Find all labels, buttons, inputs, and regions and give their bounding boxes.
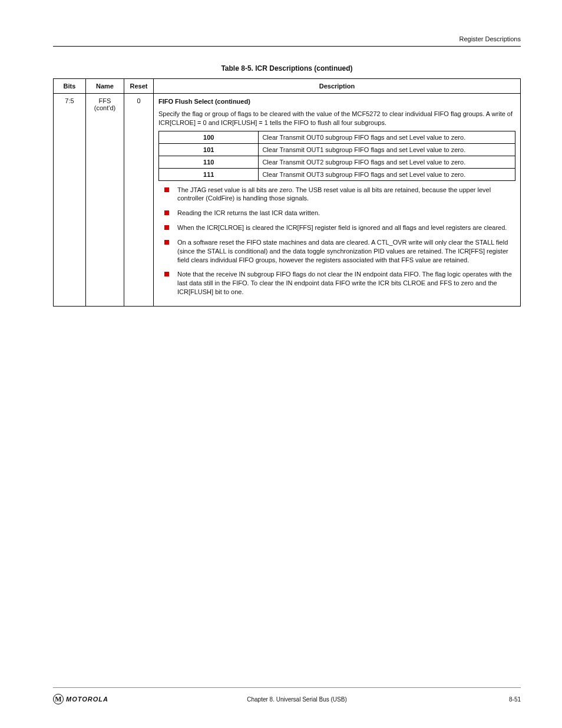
- col-bits: Bits: [54, 79, 86, 94]
- logo-emblem-icon: M: [53, 694, 64, 704]
- subtable-code: 111: [159, 168, 259, 180]
- subtable-code: 100: [159, 131, 259, 143]
- desc-intro: FIFO Flush Select (continued): [158, 98, 250, 105]
- list-item: Note that the receive IN subgroup FIFO f…: [169, 270, 515, 297]
- footer-rule: [53, 687, 521, 688]
- cell-bits: 7:5: [54, 94, 86, 307]
- footer-chapter: Chapter 8. Universal Serial Bus (USB): [108, 696, 485, 703]
- col-reset: Reset: [124, 79, 154, 94]
- cell-description: FIFO Flush Select (continued) Specify th…: [154, 94, 521, 307]
- page-footer: M MOTOROLA Chapter 8. Universal Serial B…: [0, 687, 562, 704]
- ffs-subtable: 100 Clear Transmit OUT0 subgroup FIFO fl…: [158, 131, 515, 181]
- logo-wordmark: MOTOROLA: [66, 696, 108, 703]
- notes-list: The JTAG reset value is all bits are zer…: [158, 186, 515, 297]
- table-row: 7:5 FFS (cont'd) 0 FIFO Flush Select (co…: [54, 94, 521, 307]
- table-caption: Table 8-5. ICR Descriptions (continued): [53, 64, 521, 73]
- footer-page-number: 8-51: [485, 696, 521, 703]
- subtable-row: 101 Clear Transmit OUT1 subgroup FIFO fl…: [159, 143, 515, 156]
- subtable-row: 111 Clear Transmit OUT3 subgroup FIFO fl…: [159, 168, 515, 180]
- list-item: Reading the ICR returns the last ICR dat…: [169, 209, 515, 218]
- table-header-row: Bits Name Reset Description: [54, 79, 521, 94]
- subtable-row: 100 Clear Transmit OUT0 subgroup FIFO fl…: [159, 131, 515, 143]
- register-table: Bits Name Reset Description 7:5 FFS (con…: [53, 78, 521, 307]
- running-header: Register Descriptions: [53, 35, 521, 46]
- cell-name: FFS (cont'd): [86, 94, 124, 307]
- col-name: Name: [86, 79, 124, 94]
- cell-reset: 0: [124, 94, 154, 307]
- header-rule: [53, 46, 521, 47]
- list-item: On a software reset the FIFO state machi…: [169, 238, 515, 265]
- list-item: The JTAG reset value is all bits are zer…: [169, 186, 515, 203]
- desc-paragraph: Specify the flag or group of flags to be…: [158, 110, 515, 127]
- subtable-meaning: Clear Transmit OUT0 subgroup FIFO flags …: [259, 131, 515, 143]
- page: Register Descriptions Table 8-5. ICR Des…: [0, 0, 562, 728]
- subtable-meaning: Clear Transmit OUT2 subgroup FIFO flags …: [259, 156, 515, 168]
- col-description: Description: [154, 79, 521, 94]
- subtable-meaning: Clear Transmit OUT1 subgroup FIFO flags …: [259, 143, 515, 156]
- subtable-meaning: Clear Transmit OUT3 subgroup FIFO flags …: [259, 168, 515, 180]
- list-item: When the ICR[CLROE] is cleared the ICR[F…: [169, 223, 515, 232]
- subtable-code: 110: [159, 156, 259, 168]
- subtable-row: 110 Clear Transmit OUT2 subgroup FIFO fl…: [159, 156, 515, 168]
- subtable-code: 101: [159, 143, 259, 156]
- brand-logo: M MOTOROLA: [53, 694, 108, 704]
